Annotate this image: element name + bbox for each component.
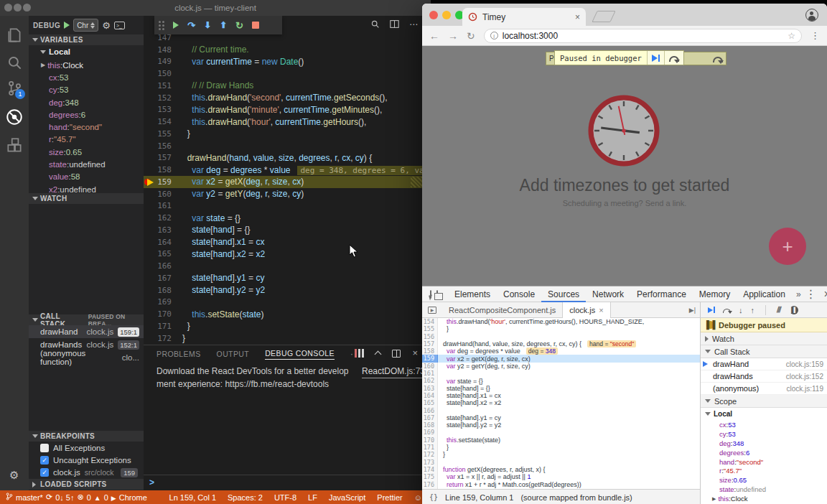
editor-line[interactable]: 166 [144, 260, 431, 272]
variable-row[interactable]: ▶this: Clock [29, 59, 144, 71]
toolbar-drag-handle[interactable] [159, 21, 164, 30]
line-number[interactable]: 160 [422, 363, 438, 370]
browser-menu-icon[interactable]: ⋮ [810, 30, 820, 41]
loaded-scripts-section-header[interactable]: LOADED SCRIPTS [29, 479, 144, 490]
more-actions-icon[interactable]: ⋯ [409, 19, 418, 29]
variables-section-header[interactable]: VARIABLES [29, 34, 144, 45]
site-info-icon[interactable]: i [490, 32, 498, 39]
gutter[interactable] [144, 152, 153, 164]
gutter[interactable] [144, 200, 153, 213]
source-line[interactable]: 164 state[hand].x1 = cx [422, 392, 700, 399]
panel-tab-output[interactable]: OUTPUT [217, 350, 250, 358]
gutter[interactable] [144, 56, 153, 68]
source-line[interactable]: 166 [422, 407, 700, 414]
pretty-print-icon[interactable]: {} [429, 493, 438, 501]
clear-console-icon[interactable] [355, 349, 364, 358]
code-editor[interactable]: ↷ ⬇ ⬆ ↻ ⋯ 147148 // Current time.149 var… [144, 16, 431, 345]
gutter[interactable] [144, 332, 153, 345]
debug-target-select[interactable]: Chr [73, 19, 98, 32]
status-branch[interactable]: master* [6, 493, 43, 502]
line-number[interactable]: 167 [422, 414, 438, 421]
browser-tab[interactable]: Timey × [462, 8, 586, 26]
gutter[interactable] [144, 284, 153, 297]
gutter[interactable] [144, 32, 153, 44]
step-over-button[interactable]: ↷ [187, 20, 195, 31]
devtools-tab-memory[interactable]: Memory [693, 286, 737, 302]
line-number[interactable]: 161 [422, 370, 438, 377]
debug-icon[interactable] [5, 108, 24, 126]
gutter[interactable] [144, 128, 153, 140]
line-number[interactable]: 154 [422, 318, 438, 325]
start-debug-icon[interactable] [64, 22, 70, 29]
breakpoint-row[interactable]: ✓clock.jssrc/clock159 [29, 467, 144, 479]
editor-line[interactable]: 151 // // Draw Hands [144, 80, 431, 92]
devtools-tab-console[interactable]: Console [497, 286, 541, 302]
line-number[interactable]: 171 [422, 444, 438, 451]
line-number[interactable]: 163 [422, 385, 438, 392]
editor-line[interactable]: 148 // Current time. [144, 44, 431, 56]
editor-line[interactable]: 152 this.drawHand('second', currentTime.… [144, 92, 431, 104]
line-number[interactable]: 175 [422, 473, 438, 480]
editor-line[interactable]: 160 var y2 = getY(deg, r, size, cy) [144, 188, 431, 200]
editor-line[interactable]: 155 } [144, 128, 431, 140]
devtools-close-icon[interactable]: × [824, 288, 827, 301]
file-tab[interactable]: clock.js× [562, 302, 611, 318]
status-item[interactable]: Spaces: 2 [228, 493, 263, 502]
line-number[interactable]: 156 [422, 333, 438, 340]
stop-button[interactable] [252, 22, 259, 29]
reload-icon[interactable]: ↻ [467, 30, 475, 42]
source-line[interactable]: 173 [422, 459, 700, 466]
line-number[interactable]: 162 [422, 377, 438, 384]
gutter[interactable] [144, 212, 153, 224]
close-window-button[interactable] [429, 11, 438, 19]
source-line[interactable]: 160 var y2 = getY(deg, r, size, cy) [422, 363, 700, 370]
breakpoints-section-header[interactable]: BREAKPOINTS [29, 431, 144, 442]
maximize-panel-icon[interactable] [375, 351, 382, 358]
line-number[interactable]: 166 [422, 407, 438, 414]
status-warning[interactable]: ▲0 [94, 493, 108, 502]
gutter[interactable] [144, 320, 153, 332]
line-number[interactable]: 172 [422, 451, 438, 458]
panel-tab-debug-console[interactable]: DEBUG CONSOLE [265, 349, 335, 360]
device-toolbar-icon[interactable] [436, 290, 438, 299]
line-number[interactable]: 165 [422, 399, 438, 406]
search-icon[interactable] [5, 53, 24, 72]
source-line[interactable]: 161 [422, 370, 700, 377]
editor-line[interactable]: 150 [144, 67, 431, 80]
variables-local-scope[interactable]: Local [29, 47, 144, 56]
status-item[interactable]: UTF-8 [274, 493, 296, 502]
editor-line[interactable]: 168 state[hand].y2 = y2 [144, 284, 431, 297]
editor-line[interactable]: 169 [144, 297, 431, 309]
source-line[interactable]: 163 state[hand] = {} [422, 385, 700, 392]
callstack-frame[interactable]: drawHandsclock.js:152 [701, 370, 827, 383]
variable-row[interactable]: state: undefined [29, 158, 144, 170]
devtools-tab-application[interactable]: Application [737, 286, 792, 302]
breakpoint-checkbox[interactable]: ✓ [40, 468, 49, 477]
restart-button[interactable]: ↻ [235, 20, 243, 31]
gutter[interactable] [144, 188, 153, 200]
extensions-icon[interactable] [5, 136, 24, 155]
scope-local-header[interactable]: Local [705, 410, 827, 418]
editor-line[interactable]: 159 var x2 = getX(deg, r, size, cx) [144, 176, 431, 188]
variable-row[interactable]: size: 0.65 [29, 146, 144, 158]
step-over-icon[interactable] [723, 309, 731, 313]
devtools-tab-network[interactable]: Network [586, 286, 630, 302]
line-number[interactable]: 169 [422, 429, 438, 436]
profile-avatar[interactable] [805, 9, 818, 22]
source-line[interactable]: 168 state[hand].y2 = y2 [422, 421, 700, 429]
source-line[interactable]: 175 var x1 = x || r, adj = adjust || 1 [422, 473, 700, 480]
source-line[interactable]: 159 var x2 = getX(deg, r, size, cx) [422, 355, 700, 362]
variable-row[interactable]: r: "45.7" [29, 134, 144, 146]
explorer-icon[interactable] [5, 26, 24, 45]
debug-console-icon[interactable]: >_ [114, 22, 125, 29]
gutter[interactable] [144, 224, 153, 236]
gutter[interactable] [144, 260, 153, 272]
deactivate-breakpoints-icon[interactable]: ⫻ [777, 305, 782, 314]
line-number[interactable]: 174 [422, 466, 438, 473]
variable-row[interactable]: deg: 348 [29, 96, 144, 108]
source-line[interactable]: 165 state[hand].x2 = x2 [422, 399, 700, 406]
line-number[interactable]: 157 [422, 340, 438, 347]
callstack-frame[interactable]: (anonymous)clock.js:119 [701, 383, 827, 395]
source-line[interactable]: 174function getX(degrees, r, adjust, x) … [422, 466, 700, 473]
line-number[interactable]: 159 [422, 355, 438, 362]
